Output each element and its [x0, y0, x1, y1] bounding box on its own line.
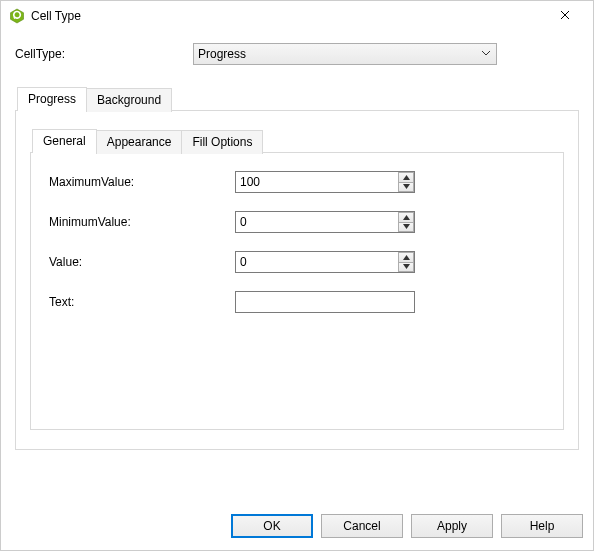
- window-title: Cell Type: [31, 9, 545, 23]
- cancel-button-label: Cancel: [343, 519, 380, 533]
- svg-marker-3: [403, 184, 410, 189]
- tab-fill-options[interactable]: Fill Options: [181, 130, 263, 154]
- celltype-select[interactable]: Progress: [193, 43, 497, 65]
- value-up[interactable]: [398, 252, 414, 263]
- celltype-label: CellType:: [15, 47, 193, 61]
- svg-marker-5: [403, 224, 410, 229]
- value-label: Value:: [49, 255, 235, 269]
- help-button-label: Help: [530, 519, 555, 533]
- tab-background[interactable]: Background: [86, 88, 172, 112]
- svg-marker-2: [403, 175, 410, 180]
- maximum-value-stepper: [235, 171, 415, 193]
- minimum-value-label: MinimumValue:: [49, 215, 235, 229]
- dialog-body: CellType: Progress Progress Background: [1, 31, 593, 502]
- outer-tabs: Progress Background General Appearance: [15, 87, 579, 450]
- maximum-value-input[interactable]: [235, 171, 415, 193]
- ok-button-label: OK: [263, 519, 280, 533]
- value-stepper: [235, 251, 415, 273]
- maximum-value-spinner: [398, 172, 414, 192]
- row-celltype: CellType: Progress: [15, 43, 579, 65]
- inner-tabs: General Appearance Fill Options MaximumV…: [30, 129, 564, 430]
- maximum-value-down[interactable]: [398, 183, 414, 193]
- tab-general-label: General: [43, 134, 86, 148]
- tab-appearance[interactable]: Appearance: [96, 130, 183, 154]
- app-icon: [9, 8, 25, 24]
- minimum-value-stepper: [235, 211, 415, 233]
- value-spinner: [398, 252, 414, 272]
- tab-progress[interactable]: Progress: [17, 87, 87, 111]
- row-text: Text:: [49, 291, 549, 313]
- text-label: Text:: [49, 295, 235, 309]
- value-input[interactable]: [235, 251, 415, 273]
- minimum-value-input[interactable]: [235, 211, 415, 233]
- celltype-select-wrap: Progress: [193, 43, 497, 65]
- row-minimum-value: MinimumValue:: [49, 211, 549, 233]
- row-maximum-value: MaximumValue:: [49, 171, 549, 193]
- maximum-value-label: MaximumValue:: [49, 175, 235, 189]
- cancel-button[interactable]: Cancel: [321, 514, 403, 538]
- apply-button[interactable]: Apply: [411, 514, 493, 538]
- caret-up-icon: [403, 255, 410, 260]
- tab-appearance-label: Appearance: [107, 135, 172, 149]
- tab-general[interactable]: General: [32, 129, 97, 153]
- close-icon: [560, 9, 570, 23]
- inner-tab-panel: MaximumValue:: [30, 152, 564, 430]
- inner-tab-row: General Appearance Fill Options: [30, 129, 564, 153]
- titlebar: Cell Type: [1, 1, 593, 31]
- row-value: Value:: [49, 251, 549, 273]
- maximum-value-up[interactable]: [398, 172, 414, 183]
- tab-background-label: Background: [97, 93, 161, 107]
- svg-marker-4: [403, 215, 410, 220]
- svg-marker-7: [403, 264, 410, 269]
- caret-down-icon: [403, 264, 410, 269]
- ok-button[interactable]: OK: [231, 514, 313, 538]
- svg-marker-6: [403, 255, 410, 260]
- close-button[interactable]: [545, 2, 585, 30]
- value-down[interactable]: [398, 263, 414, 273]
- tab-progress-label: Progress: [28, 92, 76, 106]
- minimum-value-down[interactable]: [398, 223, 414, 233]
- minimum-value-up[interactable]: [398, 212, 414, 223]
- text-input[interactable]: [235, 291, 415, 313]
- outer-tab-row: Progress Background: [15, 87, 579, 111]
- caret-down-icon: [403, 184, 410, 189]
- caret-up-icon: [403, 175, 410, 180]
- minimum-value-spinner: [398, 212, 414, 232]
- dialog-cell-type: Cell Type CellType: Progress Pro: [0, 0, 594, 551]
- tab-fill-options-label: Fill Options: [192, 135, 252, 149]
- outer-tab-panel: General Appearance Fill Options MaximumV…: [15, 110, 579, 450]
- help-button[interactable]: Help: [501, 514, 583, 538]
- apply-button-label: Apply: [437, 519, 467, 533]
- caret-down-icon: [403, 224, 410, 229]
- caret-up-icon: [403, 215, 410, 220]
- dialog-footer: OK Cancel Apply Help: [1, 502, 593, 550]
